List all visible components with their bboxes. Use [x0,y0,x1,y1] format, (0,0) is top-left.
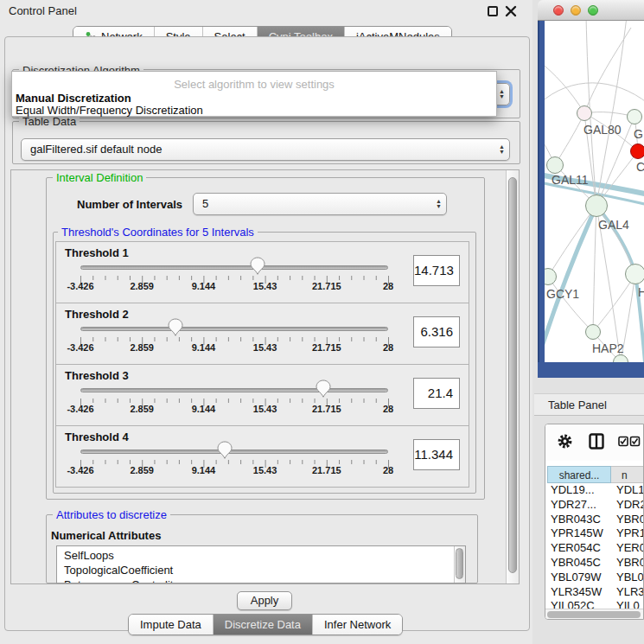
table-horizontal-scrollbar[interactable] [545,609,644,620]
attribute-item-selfloops[interactable]: SelfLoops [64,549,114,562]
threshold-slider-thumb-4[interactable] [217,441,233,459]
threshold-value-field-2[interactable]: 6.316 [413,316,460,348]
bottom-tab-impute-data[interactable]: Impute Data [129,615,213,634]
cell-name: YLR3 [616,585,644,598]
threshold-panel-4: Threshold 4-3.4262.8599.14415.4321.71528… [55,425,469,488]
threshold-slider-track-3[interactable] [80,388,388,392]
network-edges [545,21,644,362]
cell-name: YBR0 [616,513,644,526]
threshold-slider-thumb-2[interactable] [168,318,183,336]
network-node-label-gal80: GAL80 [583,123,622,137]
table-row-yil052c[interactable]: YIL052CYIL0 [545,599,644,609]
attribute-item-betweennesscentrality[interactable]: BetweennessCentrality [64,578,179,583]
mac-close-icon[interactable] [553,5,564,16]
threshold-label-4: Threshold 4 [65,430,129,443]
attributes-list-scrollbar[interactable] [454,546,465,583]
slider-tick-label: 2.859 [116,281,168,291]
network-node-hap2[interactable] [585,324,601,340]
thresholds-group-title: Threshold's Coordinates for 5 Intervals [58,226,258,239]
threshold-label-1: Threshold 1 [65,246,129,259]
cell-shared-name: YDL19... [551,483,611,496]
checkbox-icons[interactable] [618,436,641,447]
cell-shared-name: YBR045C [551,556,611,569]
network-node-label-gal11: GAL11 [552,173,589,187]
table-row-ypr145w[interactable]: YPR145WYPR1 [545,526,644,541]
network-node-node-top-right[interactable] [627,109,642,124]
number-of-intervals-combobox[interactable]: 5 ▲▼ [193,193,447,215]
control-panel-title: Control Panel [9,0,77,22]
network-node-label-node-right-mid: H [638,285,644,299]
slider-tick-label: 2.859 [116,404,168,414]
close-panel-icon[interactable] [505,5,517,17]
slider-tick-label: 15.43 [239,465,291,475]
slider-tick-label: 9.144 [177,465,229,475]
float-window-icon[interactable] [488,6,498,16]
interval-definition-group-title: Interval Definition [53,171,146,184]
threshold-slider-thumb-1[interactable] [250,257,265,275]
network-node-node-red[interactable] [630,143,644,159]
network-node-gal11[interactable] [546,156,564,174]
network-view-window: GAL80GCGAL11GAL4GCY1HHAP2 [538,0,644,378]
bottom-tab-infer-network-label: Infer Network [324,618,391,631]
numerical-attributes-list[interactable]: SelfLoopsTopologicalCoefficientBetweenne… [56,545,466,583]
settings-gear-icon[interactable] [557,433,573,450]
combobox-arrows-icon: ▲▼ [499,144,505,155]
network-canvas[interactable]: GAL80GCGAL11GAL4GCY1HHAP2 [545,21,644,362]
table-row-ybr043c[interactable]: YBR043CYBR0 [545,513,644,527]
cell-name: YIL0 [616,599,640,609]
table-row-ydr27[interactable]: YDR27...YDR2 [545,498,644,513]
table-data-combobox[interactable]: galFiltered.sif default node ▲▼ [21,138,510,161]
split-columns-icon[interactable] [589,433,604,450]
slider-tick-label: 15.43 [239,281,291,291]
number-of-intervals-value: 5 [202,194,208,214]
attributes-group-title: Attributes to discretize [53,508,170,521]
slider-tick-label: 9.144 [177,404,229,414]
column-header-name[interactable]: n [611,466,644,483]
bottom-tab-infer-network[interactable]: Infer Network [312,615,402,634]
combobox-arrows-icon: ▲▼ [436,199,442,209]
numerical-attributes-label: Numerical Attributes [51,529,161,542]
table-row-ylr345w[interactable]: YLR345WYLR3 [545,585,644,600]
table-panel-card: shared... n YDL19...YDL1YDR27...YDR2YBR0… [545,424,644,620]
mac-zoom-icon[interactable] [588,5,598,16]
attribute-item-topologicalcoefficient[interactable]: TopologicalCoefficient [64,564,173,577]
table-row-yer054c[interactable]: YER054CYER0 [545,541,644,556]
threshold-value-field-1[interactable]: 14.713 [413,255,460,286]
column-header-shared-name[interactable]: shared... [547,466,611,483]
slider-tick-label: -3.426 [54,281,106,291]
network-node-gal80[interactable] [577,105,592,121]
network-node-node-right-mid[interactable] [625,264,644,284]
bottom-tab-impute-data-label: Impute Data [140,618,201,631]
threshold-value-field-4[interactable]: 11.344 [413,439,460,470]
settings-scrollbar-thumb[interactable] [508,177,517,573]
cell-name: YPR1 [616,526,644,539]
threshold-slider-track-4[interactable] [80,450,388,454]
table-row-ydl19[interactable]: YDL19...YDL1 [545,483,644,498]
table-row-ybl079w[interactable]: YBL079WYBL0 [545,571,644,585]
network-node-gal4[interactable] [585,194,608,217]
threshold-slider-track-1[interactable] [80,265,388,270]
attributes-list-scrollbar-thumb[interactable] [456,548,463,579]
threshold-panel-1: Threshold 1-3.4262.8599.14415.4321.71528… [55,241,469,303]
settings-scroll-pane: Interval Definition Number of Intervals … [10,169,520,584]
slider-tick-label: 2.859 [116,342,168,353]
mac-minimize-icon[interactable] [571,5,581,16]
cell-name: YDL1 [616,483,644,496]
table-horizontal-scrollbar-thumb[interactable] [547,611,641,618]
bottom-tab-discretize-data[interactable]: Discretize Data [213,615,312,634]
network-node-label-gal4: GAL4 [598,218,629,232]
table-row-ybr045c[interactable]: YBR045CYBR0 [545,556,644,571]
popup-option-equal-width-frequency-discretization[interactable]: Equal Width/Frequency Discretization [16,104,203,117]
slider-tick-label: -3.426 [54,465,106,475]
table-panel-title: Table Panel [548,394,607,416]
threshold-value-field-3[interactable]: 21.4 [413,378,460,409]
settings-scrollbar[interactable] [506,170,519,583]
slider-tick-label: -3.426 [54,342,106,353]
popup-option-manual-discretization[interactable]: Manual Discretization [16,92,131,105]
cell-name: YDR2 [616,498,644,511]
threshold-slider-track-2[interactable] [80,327,388,331]
apply-button[interactable]: Apply [237,591,292,610]
slider-tick-label: 28 [362,404,414,414]
slider-tick-label: 2.859 [116,465,168,475]
threshold-slider-thumb-3[interactable] [316,379,331,398]
